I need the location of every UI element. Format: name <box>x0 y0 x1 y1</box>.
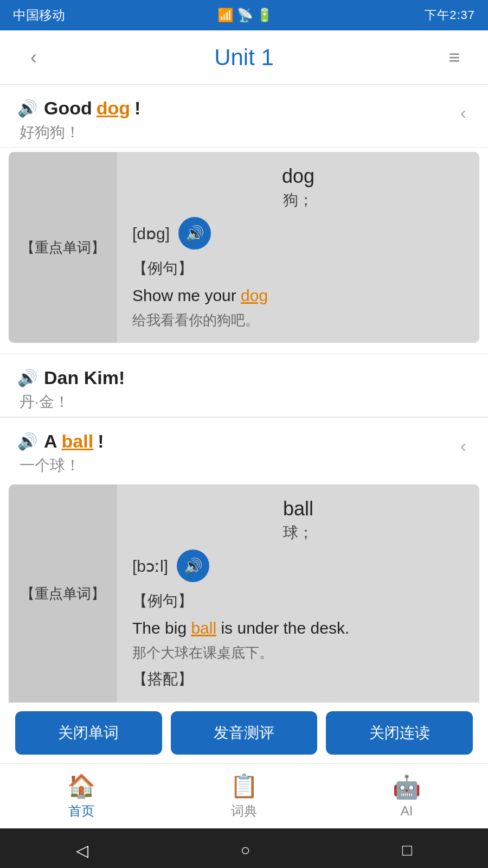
word-card-dog: 【重点单词】 dog 狗； [dɒg] 🔊 【例句】 Show me your … <box>9 152 479 343</box>
time-label: 下午2:37 <box>425 7 475 23</box>
word-phonetic-row-dog: [dɒg] 🔊 <box>132 217 464 250</box>
dictionary-icon: 📋 <box>230 773 258 799</box>
example-sentence-dog: Show me your dog <box>132 283 464 308</box>
carrier-label: 中国移动 <box>13 7 65 24</box>
word-card-right-ball: ball 球； [bɔːl] 🔊 【例句】 The big ball is un… <box>117 484 479 703</box>
tab-home[interactable]: 🏠 首页 <box>67 773 95 820</box>
tab-ai[interactable]: 🤖 AI <box>393 774 421 819</box>
word-phonetic-row-ball: [bɔːl] 🔊 <box>132 550 464 582</box>
battery-icon: 🔋 <box>256 8 273 23</box>
example-highlight-ball: ball <box>191 619 216 637</box>
sentence-row-a-ball: 🔊 A ball! 一个球！ ‹ <box>0 417 488 480</box>
status-bar: 中国移动 📶 📡 🔋 下午2:37 <box>0 0 488 30</box>
sound-icon-good-dog[interactable]: 🔊 <box>17 99 37 118</box>
sentence-word-good: Good <box>44 98 92 119</box>
sentence-text-good-dog: 🔊 Good dog! 好狗狗！ <box>17 98 456 143</box>
word-chinese-dog: 狗； <box>132 190 464 210</box>
sentence-text-dan-kim: 🔊 Dan Kim! 丹·金！ <box>17 367 471 412</box>
example-highlight-dog: dog <box>241 286 268 304</box>
content-area: 🔊 Good dog! 好狗狗！ ‹ 【重点单词】 dog 狗； [dɒg] 🔊… <box>0 85 488 703</box>
word-card-left-ball: 【重点单词】 <box>9 484 117 703</box>
word-name-dog: dog <box>132 165 464 188</box>
word-chinese-ball: 球； <box>132 522 464 543</box>
sound-wave-icon-dog: 🔊 <box>185 225 204 242</box>
sentence-row-good-dog: 🔊 Good dog! 好狗狗！ ‹ <box>0 85 488 148</box>
close-word-button[interactable]: 关闭单词 <box>15 711 162 755</box>
example-translation-dog: 给我看看你的狗吧。 <box>132 311 464 330</box>
sentence-word-dog-highlight: dog <box>97 98 130 119</box>
word-card-ball: 【重点单词】 ball 球； [bɔːl] 🔊 【例句】 The big bal… <box>9 484 479 703</box>
nav-recents-button[interactable]: □ <box>389 837 425 864</box>
word-name-ball: ball <box>132 497 464 520</box>
tab-bar: 🏠 首页 📋 词典 🤖 AI <box>0 763 488 828</box>
tab-dictionary[interactable]: 📋 词典 <box>230 773 258 820</box>
sentence-word-ball-highlight: ball <box>62 431 94 452</box>
status-icons: 📶 📡 🔋 <box>217 8 273 23</box>
sentence-word-exclaim2: ! <box>98 431 104 452</box>
sound-icon-dan-kim[interactable]: 🔊 <box>17 368 37 387</box>
nav-back-button[interactable]: ◁ <box>63 837 101 864</box>
sentence-english-good-dog[interactable]: 🔊 Good dog! <box>17 98 456 119</box>
sentence-text-a-ball: 🔊 A ball! 一个球！ <box>17 431 456 476</box>
page-title: Unit 1 <box>50 44 438 71</box>
word-phonetic-ball: [bɔːl] <box>132 557 168 576</box>
sentence-word-a: A <box>44 431 57 452</box>
sentence-word-dan-kim: Dan Kim! <box>44 367 125 388</box>
example-sentence-ball: The big ball is under the desk. <box>132 616 464 640</box>
menu-button[interactable]: ≡ <box>438 46 471 69</box>
collapse-good-dog-button[interactable]: ‹ <box>456 100 471 125</box>
pronunciation-test-button[interactable]: 发音测评 <box>171 711 318 755</box>
nav-bar: ◁ ○ □ <box>0 828 488 868</box>
sentence-chinese-a-ball: 一个球！ <box>17 455 456 476</box>
example-translation-ball: 那个大球在课桌底下。 <box>132 643 464 662</box>
sentence-chinese-good-dog: 好狗狗！ <box>17 122 456 143</box>
tab-home-label: 首页 <box>68 802 94 820</box>
close-continuous-button[interactable]: 关闭连读 <box>326 711 473 755</box>
example-label-dog: 【例句】 <box>132 258 464 279</box>
sentence-word-exclaim1: ! <box>134 98 140 119</box>
nav-home-button[interactable]: ○ <box>227 837 263 864</box>
collapse-ball-button[interactable]: ‹ <box>456 433 471 458</box>
ai-icon: 🤖 <box>393 774 421 800</box>
sentence-row-dan-kim: 🔊 Dan Kim! 丹·金！ <box>0 354 488 417</box>
signal-icon: 📶 <box>217 8 234 23</box>
tab-dictionary-label: 词典 <box>231 802 257 820</box>
bottom-button-bar: 关闭单词 发音测评 关闭连读 <box>0 703 488 763</box>
sound-button-ball[interactable]: 🔊 <box>177 550 209 582</box>
sentence-chinese-dan-kim: 丹·金！ <box>17 392 471 412</box>
sentence-english-dan-kim[interactable]: 🔊 Dan Kim! <box>17 367 471 388</box>
word-card-left-dog: 【重点单词】 <box>9 152 117 343</box>
collocation-label-ball: 【搭配】 <box>132 669 464 690</box>
example-label-ball: 【例句】 <box>132 591 464 611</box>
wifi-icon: 📡 <box>237 8 253 23</box>
home-icon: 🏠 <box>67 773 95 799</box>
sound-wave-icon-ball: 🔊 <box>184 557 203 575</box>
word-phonetic-dog: [dɒg] <box>132 224 170 243</box>
sound-button-dog[interactable]: 🔊 <box>178 217 211 250</box>
back-button[interactable]: ‹ <box>17 46 50 69</box>
tab-ai-label: AI <box>401 803 413 819</box>
word-card-right-dog: dog 狗； [dɒg] 🔊 【例句】 Show me your dog 给我看… <box>117 152 479 343</box>
sentence-english-a-ball[interactable]: 🔊 A ball! <box>17 431 456 452</box>
sound-icon-a-ball[interactable]: 🔊 <box>17 432 37 451</box>
header: ‹ Unit 1 ≡ <box>0 30 488 85</box>
